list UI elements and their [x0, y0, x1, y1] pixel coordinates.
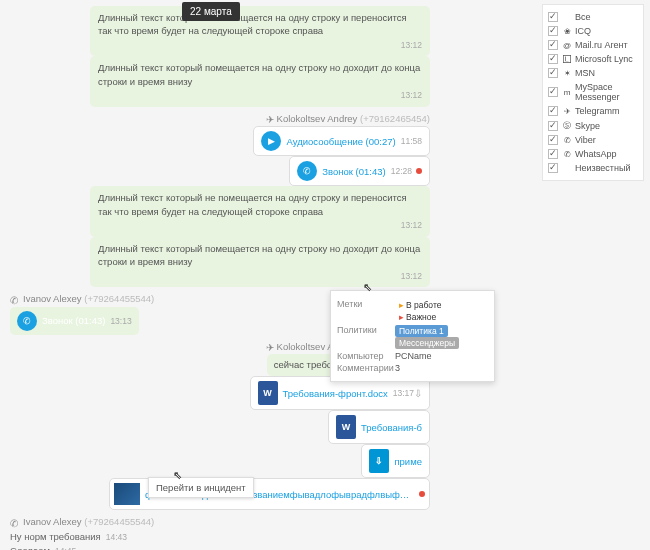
image-thumbnail[interactable]: [114, 483, 140, 505]
sidebar-label: Viber: [575, 135, 596, 145]
file-name: Требования-фронт.docx: [283, 388, 388, 399]
telegram-icon: ✈: [264, 114, 274, 124]
sidebar-label: WhatsApp: [575, 149, 617, 159]
meta-val-comments: 3: [395, 363, 488, 373]
tag-policy1[interactable]: Политика 1: [395, 325, 448, 337]
call-message[interactable]: ✆Звонок (01:43)12:28: [289, 156, 430, 186]
sidebar-item-viber[interactable]: ✆Viber: [548, 133, 638, 147]
message-text: Длинный текст который помещается на одну…: [98, 62, 420, 86]
sidebar-item-myspace[interactable]: mMySpace Messenger: [548, 80, 638, 104]
whatsapp-icon: ✆: [10, 295, 20, 305]
tooltip-text: Перейти в инцидент: [156, 482, 246, 493]
viber-icon: ✆: [562, 136, 572, 145]
sender-phone: (+79264455544): [84, 516, 154, 527]
meta-val-policies: Политика 1Мессенджеры: [395, 325, 488, 349]
word-file-icon: W: [258, 381, 278, 405]
message-time: 13:12: [401, 271, 422, 281]
checkbox-icon[interactable]: [548, 106, 558, 116]
chat-pane: Длинный текст который не помещается на о…: [0, 0, 440, 550]
message-text: Длинный текст который не помещается на о…: [98, 12, 407, 36]
tag-inwork[interactable]: В работе: [395, 299, 445, 311]
sidebar-item-lync[interactable]: 🄻Microsoft Lync: [548, 52, 638, 66]
sidebar-item-whatsapp[interactable]: ✆WhatsApp: [548, 147, 638, 161]
skype-icon: Ⓢ: [562, 120, 572, 131]
sidebar-label: ICQ: [575, 26, 591, 36]
sidebar-label: Microsoft Lync: [575, 54, 633, 64]
audio-message[interactable]: ▶Аудиосообщение (00:27)11:58: [253, 126, 430, 156]
call-message[interactable]: ✆Звонок (01:43)13:13: [10, 307, 139, 335]
checkbox-icon[interactable]: [548, 135, 558, 145]
play-icon[interactable]: ▶: [261, 131, 281, 151]
message-plain[interactable]: Ну норм требования14:43: [10, 531, 430, 542]
message-time: 13:12: [401, 220, 422, 230]
message-time: 13:12: [401, 40, 422, 50]
metadata-popup: МеткиВ работеВажное ПолитикиПолитика 1Ме…: [330, 290, 495, 382]
sidebar-item-unknown[interactable]: Неизвестный: [548, 161, 638, 175]
checkbox-icon[interactable]: [548, 54, 558, 64]
meta-val-labels: В работеВажное: [395, 299, 488, 323]
sidebar-item-mailru[interactable]: @Mail.ru Агент: [548, 38, 638, 52]
sidebar-label: Mail.ru Агент: [575, 40, 628, 50]
file-attachment[interactable]: ⇩приме: [361, 444, 430, 478]
sidebar-label: Telegramm: [575, 106, 620, 116]
file-name: Требования-б: [361, 422, 422, 433]
checkbox-icon[interactable]: [548, 68, 558, 78]
pdf-file-icon: ⇩: [369, 449, 389, 473]
tag-important[interactable]: Важное: [395, 311, 440, 323]
message-time: 13:17: [393, 388, 414, 398]
phone-icon[interactable]: ✆: [17, 311, 37, 331]
sender-name: Ivanov Alexey: [23, 516, 82, 527]
message-bubble-out[interactable]: Длинный текст который не помещается на о…: [90, 186, 430, 236]
message-time: 12:28: [391, 166, 412, 176]
tag-messengers[interactable]: Мессенджеры: [395, 337, 459, 349]
checkbox-icon[interactable]: [548, 40, 558, 50]
sender-name: Ivanov Alexey: [23, 293, 82, 304]
sidebar-item-all[interactable]: Все: [548, 10, 638, 24]
whatsapp-icon: ✆: [10, 518, 20, 528]
meta-key-policies: Политики: [337, 325, 395, 349]
message-bubble-out[interactable]: Длинный текст который помещается на одну…: [90, 56, 430, 106]
phone-icon[interactable]: ✆: [297, 161, 317, 181]
myspace-icon: m: [562, 88, 572, 97]
audio-label: Аудиосообщение (00:27): [286, 136, 395, 147]
meta-key-computer: Компьютер: [337, 351, 395, 361]
sidebar-label: Skype: [575, 121, 600, 131]
checkbox-icon[interactable]: [548, 87, 558, 97]
sender-phone: (+79264455544): [84, 293, 154, 304]
record-dot-icon: [416, 168, 422, 174]
sidebar-label: MSN: [575, 68, 595, 78]
date-badge: 22 марта: [182, 2, 240, 21]
message-text: Длинный текст который помещается на одну…: [98, 243, 420, 267]
lync-icon: 🄻: [562, 55, 572, 64]
incident-tooltip: Перейти в инцидент: [148, 477, 254, 498]
message-plain[interactable]: Сделаем14:45: [10, 545, 430, 550]
sidebar-filter-panel: Все ❀ICQ @Mail.ru Агент 🄻Microsoft Lync …: [542, 4, 644, 181]
checkbox-icon[interactable]: [548, 12, 558, 22]
meta-key-comments: Комментарии: [337, 363, 395, 373]
sidebar-item-skype[interactable]: ⓈSkype: [548, 118, 638, 133]
message-time: 14:45: [55, 546, 76, 550]
file-attachment[interactable]: WТребования-б: [328, 410, 430, 444]
whatsapp-icon: ✆: [562, 150, 572, 159]
call-label: Звонок (01:43): [42, 315, 105, 326]
checkbox-icon[interactable]: [548, 26, 558, 36]
message-time: 11:58: [401, 136, 422, 146]
sidebar-label: Все: [575, 12, 591, 22]
checkbox-icon[interactable]: [548, 149, 558, 159]
msn-icon: ✶: [562, 69, 572, 78]
sidebar-item-telegram[interactable]: ✈Telegramm: [548, 104, 638, 118]
sidebar-item-msn[interactable]: ✶MSN: [548, 66, 638, 80]
sidebar-item-icq[interactable]: ❀ICQ: [548, 24, 638, 38]
checkbox-icon[interactable]: [548, 121, 558, 131]
checkbox-icon[interactable]: [548, 163, 558, 173]
message-bubble-out[interactable]: Длинный текст который не помещается на о…: [90, 6, 430, 56]
message-time: 13:12: [401, 90, 422, 100]
download-icon[interactable]: ⇩: [414, 388, 422, 399]
message-text: Сделаем: [10, 545, 50, 550]
message-bubble-out[interactable]: Длинный текст который помещается на одну…: [90, 237, 430, 287]
message-time: 13:13: [110, 316, 131, 326]
sender-label: ✆Ivanov Alexey (+79264455544): [10, 516, 430, 527]
word-file-icon: W: [336, 415, 356, 439]
status-dot-icon: [419, 491, 425, 497]
sidebar-label: Неизвестный: [575, 163, 630, 173]
